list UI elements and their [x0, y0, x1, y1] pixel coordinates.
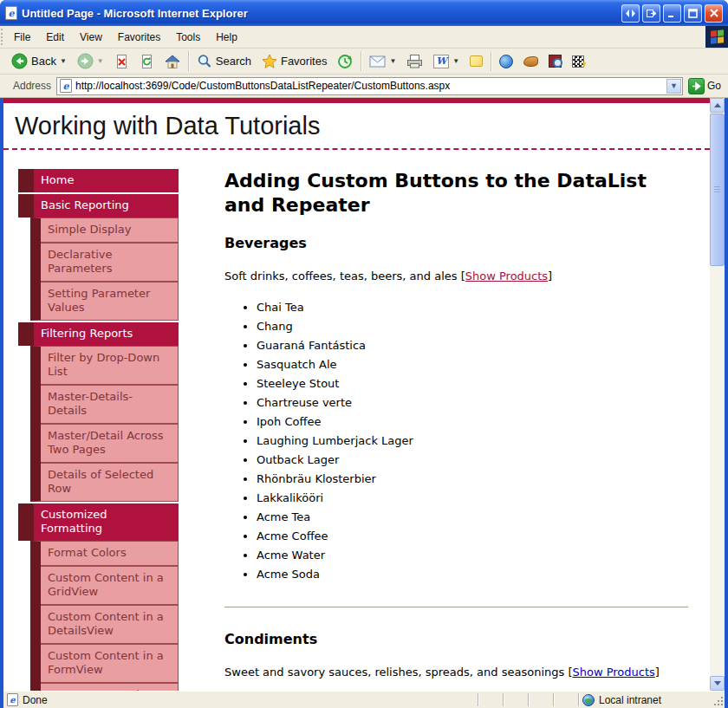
- sidebar-item-filtering-reports[interactable]: Filtering Reports: [18, 322, 179, 346]
- history-icon: [337, 54, 353, 69]
- chevron-up-icon: [714, 103, 721, 107]
- sidebar-item-declarative-parameters[interactable]: Declarative Parameters: [41, 242, 178, 281]
- status-text: Done: [23, 694, 48, 706]
- home-button[interactable]: [159, 50, 185, 73]
- edit-with-word-button[interactable]: W ▼: [428, 51, 465, 72]
- mail-icon: [369, 55, 386, 68]
- address-input[interactable]: e http://localhost:3699/Code/CustomButto…: [56, 77, 683, 95]
- sidebar-item-format-colors[interactable]: Format Colors: [41, 542, 178, 565]
- chevron-down-icon: [714, 681, 721, 685]
- show-products-link[interactable]: Show Products: [572, 666, 654, 679]
- print-icon: [406, 54, 423, 68]
- messenger-button[interactable]: [494, 51, 518, 72]
- product-item: Chai Tea: [257, 301, 688, 314]
- research-button[interactable]: [543, 51, 567, 71]
- sidebar-offset-block: [18, 503, 34, 541]
- zone-label: Local intranet: [599, 694, 661, 706]
- statusbar-pane: [504, 692, 528, 708]
- titlebar-arrows-button[interactable]: [621, 4, 640, 23]
- sidebar-item-label: Home: [34, 169, 179, 192]
- product-item: Guaraná Fantástica: [257, 339, 688, 352]
- show-products-link[interactable]: Show Products: [465, 270, 548, 283]
- status-bar: e Done Local intranet: [3, 691, 725, 708]
- back-dropdown-caret[interactable]: ▼: [60, 57, 67, 65]
- barcode-grid-icon: [572, 55, 584, 68]
- history-button[interactable]: [332, 50, 358, 73]
- back-button[interactable]: Back ▼: [6, 49, 72, 73]
- menu-help[interactable]: Help: [208, 28, 245, 47]
- sidebar-item-home[interactable]: Home: [18, 169, 179, 192]
- toolbar-separator: [491, 51, 491, 71]
- vertical-scrollbar[interactable]: [710, 98, 725, 691]
- sidebar-item-details-of-selected-row[interactable]: Details of Selected Row: [41, 462, 178, 501]
- sidebar-item-custom-content-in-a-gridview[interactable]: Custom Content in a GridView: [41, 565, 178, 604]
- sidebar-item-label: Filtering Reports: [34, 322, 179, 346]
- addon-button-2[interactable]: [567, 52, 589, 71]
- search-button[interactable]: Search: [192, 50, 257, 73]
- sidebar-item-custom-content-in-a-formview[interactable]: Custom Content in a FormView: [41, 643, 178, 682]
- standard-toolbar: Back ▼ ▼ Search Favorites: [0, 49, 728, 75]
- menu-file[interactable]: File: [6, 28, 38, 47]
- scroll-down-button[interactable]: [710, 676, 725, 691]
- forward-dropdown-caret: ▼: [97, 57, 104, 65]
- sidebar-item-simple-display[interactable]: Simple Display: [41, 218, 178, 242]
- refresh-button[interactable]: [134, 50, 159, 73]
- addon-button-1[interactable]: [518, 53, 543, 70]
- stop-icon: [114, 54, 129, 69]
- titlebar-detach-button[interactable]: [642, 4, 660, 23]
- mail-dropdown-caret[interactable]: ▼: [389, 57, 396, 65]
- sidebar-item-customized-formatting[interactable]: Customized Formatting: [18, 503, 179, 541]
- title-bar: e Untitled Page - Microsoft Internet Exp…: [0, 0, 728, 26]
- globe-icon: [582, 694, 595, 706]
- section-divider: [224, 607, 688, 608]
- stop-button[interactable]: [109, 50, 134, 73]
- favorites-button[interactable]: Favorites: [257, 50, 332, 73]
- windows-flag-icon: [711, 29, 724, 44]
- window-title: Untitled Page - Microsoft Internet Explo…: [22, 7, 619, 20]
- category-heading: Condiments: [224, 631, 688, 647]
- menu-tools[interactable]: Tools: [168, 28, 208, 47]
- sidebar-item-summary-data-in-footer[interactable]: Summary Data in Footer: [41, 682, 178, 691]
- sidebar-submenu: Filter by Drop-Down ListMaster-Details-D…: [30, 346, 179, 502]
- back-icon: [11, 53, 28, 69]
- sidebar-item-master-details-details[interactable]: Master-Details-Details: [41, 384, 178, 423]
- sidebar-item-master-detail-across-two-pages[interactable]: Master/Detail Across Two Pages: [41, 423, 178, 462]
- address-dropdown-button[interactable]: ▼: [666, 79, 681, 94]
- sidebar-item-setting-parameter-values[interactable]: Setting Parameter Values: [41, 281, 178, 320]
- menu-favorites[interactable]: Favorites: [110, 28, 168, 47]
- scrollbar-thumb[interactable]: [710, 114, 725, 266]
- addon-shoe-icon: [523, 56, 538, 67]
- forward-button[interactable]: ▼: [72, 49, 109, 73]
- print-button[interactable]: [401, 50, 428, 72]
- edit-dropdown-caret[interactable]: ▼: [452, 57, 459, 65]
- sidebar-offset-block: [18, 169, 34, 192]
- resize-grip[interactable]: [711, 693, 725, 707]
- sidebar-item-basic-reporting[interactable]: Basic Reporting: [18, 194, 179, 218]
- scroll-up-button[interactable]: [710, 98, 725, 113]
- mail-button[interactable]: ▼: [364, 51, 401, 71]
- product-item: Acme Coffee: [257, 529, 688, 542]
- favorites-label: Favorites: [281, 55, 327, 68]
- go-arrow-icon: [688, 78, 705, 94]
- article-content: Adding Custom Buttons to the DataList an…: [224, 169, 688, 679]
- menu-view[interactable]: View: [72, 28, 110, 47]
- minimize-button[interactable]: [663, 4, 681, 23]
- word-icon: W: [433, 55, 449, 68]
- discuss-button[interactable]: [465, 52, 488, 70]
- product-item: Acme Tea: [257, 510, 688, 523]
- product-item: Rhönbräu Klosterbier: [257, 472, 688, 485]
- go-button[interactable]: Go: [687, 77, 725, 95]
- home-icon: [165, 54, 180, 69]
- category-description: Sweet and savory sauces, relishes, sprea…: [224, 665, 688, 679]
- sidebar-item-custom-content-in-a-detailsview[interactable]: Custom Content in a DetailsView: [41, 604, 178, 643]
- sidebar-item-filter-by-drop-down-list[interactable]: Filter by Drop-Down List: [41, 347, 178, 384]
- favorites-star-icon: [262, 54, 277, 69]
- address-url[interactable]: http://localhost:3699/Code/CustomButtons…: [75, 80, 663, 92]
- product-item: Outback Lager: [257, 453, 688, 466]
- product-item: Steeleye Stout: [257, 377, 688, 390]
- maximize-button[interactable]: [684, 4, 702, 23]
- go-label: Go: [707, 80, 721, 92]
- menu-edit[interactable]: Edit: [38, 28, 72, 47]
- menubar-grip[interactable]: [1, 29, 5, 45]
- close-button[interactable]: [705, 4, 723, 23]
